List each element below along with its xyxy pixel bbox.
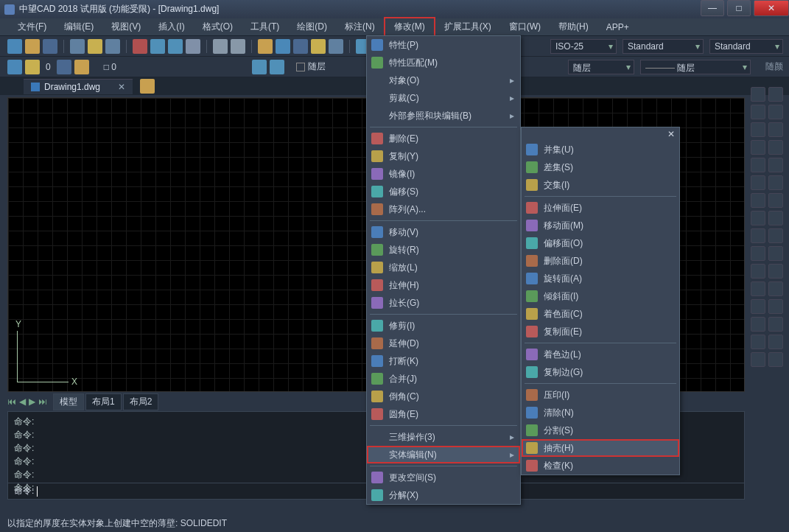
- palette-tool-3[interactable]: [768, 105, 783, 119]
- block-icon[interactable]: [252, 60, 267, 74]
- menu-item[interactable]: 倒角(C): [367, 388, 520, 405]
- new-tab-icon[interactable]: [140, 79, 155, 94]
- menu-item[interactable]: 复制(Y): [367, 147, 520, 165]
- menu-item[interactable]: 压印(I): [522, 386, 679, 404]
- palette-tool-14[interactable]: [751, 211, 765, 225]
- palette-tool-0[interactable]: [751, 87, 765, 102]
- palette-tool-9[interactable]: [768, 158, 783, 172]
- menu-窗口(W)[interactable]: 窗口(W): [500, 18, 550, 35]
- menu-item[interactable]: 移动面(M): [522, 217, 679, 234]
- palette-tool-1[interactable]: [768, 87, 783, 102]
- palette-tool-27[interactable]: [768, 317, 783, 332]
- menu-item[interactable]: 圆角(E): [367, 405, 520, 423]
- menu-item[interactable]: 剪裁(C)▸: [367, 89, 520, 107]
- palette-tool-22[interactable]: [751, 281, 765, 296]
- tablestyle-dropdown[interactable]: Standard: [709, 39, 783, 54]
- menu-编辑(E)[interactable]: 编辑(E): [55, 18, 102, 35]
- palette-tool-15[interactable]: [768, 211, 783, 225]
- palette-tool-24[interactable]: [751, 299, 765, 314]
- save-icon[interactable]: [43, 39, 57, 54]
- menu-item[interactable]: 检查(K): [522, 457, 679, 475]
- cut-icon[interactable]: [133, 39, 147, 54]
- palette-tool-10[interactable]: [751, 175, 765, 190]
- menu-item[interactable]: 抽壳(H): [522, 439, 679, 457]
- palette-tool-2[interactable]: [751, 105, 765, 119]
- prev-arrow-icon[interactable]: ◀: [19, 396, 26, 407]
- menu-item[interactable]: 旋转(R): [367, 241, 520, 259]
- menu-item[interactable]: 阵列(A)...: [367, 200, 520, 218]
- menu-工具(T)[interactable]: 工具(T): [242, 18, 288, 35]
- menu-item[interactable]: 对象(O)▸: [367, 71, 520, 89]
- palette-tool-20[interactable]: [751, 264, 765, 279]
- palette-tool-31[interactable]: [768, 352, 783, 367]
- next-arrow-icon[interactable]: ▶: [29, 396, 35, 407]
- menu-视图(V)[interactable]: 视图(V): [102, 18, 150, 35]
- menu-item[interactable]: 移动(V): [367, 223, 520, 241]
- minimize-button[interactable]: —: [701, 0, 724, 16]
- menu-格式(O)[interactable]: 格式(O): [194, 18, 242, 35]
- layertool3-icon[interactable]: □ 0: [104, 62, 116, 72]
- menu-item[interactable]: 着色面(C): [522, 305, 679, 323]
- palette-tool-30[interactable]: [751, 352, 765, 367]
- menu-item[interactable]: 修剪(I): [367, 317, 520, 335]
- menu-文件(F)[interactable]: 文件(F): [9, 18, 55, 35]
- menu-item[interactable]: 特性匹配(M): [367, 54, 520, 71]
- copy-icon[interactable]: [150, 39, 165, 54]
- zoom-icon[interactable]: [276, 39, 290, 54]
- undo-icon[interactable]: [213, 39, 228, 54]
- palette-tool-12[interactable]: [751, 193, 765, 208]
- palette-tool-8[interactable]: [751, 158, 765, 172]
- menu-item[interactable]: 分割(S): [522, 421, 679, 439]
- paste-icon[interactable]: [168, 39, 183, 54]
- menu-item[interactable]: 缩放(L): [367, 259, 520, 276]
- layerstate-icon[interactable]: [25, 60, 40, 74]
- menu-item[interactable]: 更改空间(S): [367, 469, 520, 486]
- palette-tool-25[interactable]: [768, 299, 783, 314]
- menu-item[interactable]: 实体编辑(N)▸: [367, 446, 520, 463]
- menu-绘图(D)[interactable]: 绘图(D): [288, 18, 336, 35]
- redo-icon[interactable]: [231, 39, 245, 54]
- palette-tool-4[interactable]: [751, 122, 765, 137]
- preview-icon[interactable]: [88, 39, 102, 54]
- menu-item[interactable]: 打断(K): [367, 352, 520, 370]
- zoomout-icon[interactable]: [311, 39, 326, 54]
- menu-item[interactable]: 删除(E): [367, 130, 520, 147]
- palette-tool-19[interactable]: [768, 246, 783, 261]
- menu-item[interactable]: 拉伸(H): [367, 276, 520, 294]
- menu-item[interactable]: 延伸(D): [367, 335, 520, 352]
- first-arrow-icon[interactable]: ⏮: [7, 396, 16, 407]
- menu-item[interactable]: 拉长(G): [367, 294, 520, 312]
- menu-item[interactable]: 合并(J): [367, 370, 520, 388]
- menu-APP+[interactable]: APP+: [597, 20, 638, 35]
- menu-item[interactable]: 分解(X): [367, 486, 520, 504]
- close-tab-icon[interactable]: ✕: [118, 82, 125, 92]
- pan-icon[interactable]: [258, 39, 273, 54]
- layout-tab[interactable]: 布局1: [85, 393, 122, 410]
- layerprops-icon[interactable]: [7, 60, 22, 74]
- menu-修改(M)[interactable]: 修改(M): [384, 17, 435, 37]
- close-button[interactable]: ✕: [754, 0, 789, 16]
- insert-icon[interactable]: [270, 60, 284, 74]
- menu-item[interactable]: 复制边(G): [522, 363, 679, 381]
- palette-tool-28[interactable]: [751, 335, 765, 349]
- palette-tool-18[interactable]: [751, 246, 765, 261]
- palette-tool-6[interactable]: [751, 140, 765, 155]
- color-swatch[interactable]: [296, 63, 305, 71]
- palette-tool-17[interactable]: [768, 228, 783, 243]
- last-arrow-icon[interactable]: ⏭: [38, 396, 47, 407]
- palette-tool-5[interactable]: [768, 122, 783, 137]
- matchprop-icon[interactable]: [186, 39, 200, 54]
- layout-tab[interactable]: 模型: [53, 393, 84, 410]
- open-icon[interactable]: [25, 39, 40, 54]
- menu-item[interactable]: 拉伸面(E): [522, 199, 679, 217]
- palette-tool-23[interactable]: [768, 281, 783, 296]
- menu-帮助(H)[interactable]: 帮助(H): [550, 18, 597, 35]
- new-icon[interactable]: [7, 39, 22, 54]
- menu-item[interactable]: 交集(I): [522, 176, 679, 194]
- menu-扩展工具(X)[interactable]: 扩展工具(X): [435, 18, 500, 35]
- submenu-close-icon[interactable]: ✕: [667, 129, 675, 139]
- menu-item[interactable]: 删除面(D): [522, 252, 679, 270]
- menu-item[interactable]: 偏移(S): [367, 183, 520, 200]
- palette-tool-13[interactable]: [768, 193, 783, 208]
- menu-item[interactable]: 偏移面(O): [522, 234, 679, 252]
